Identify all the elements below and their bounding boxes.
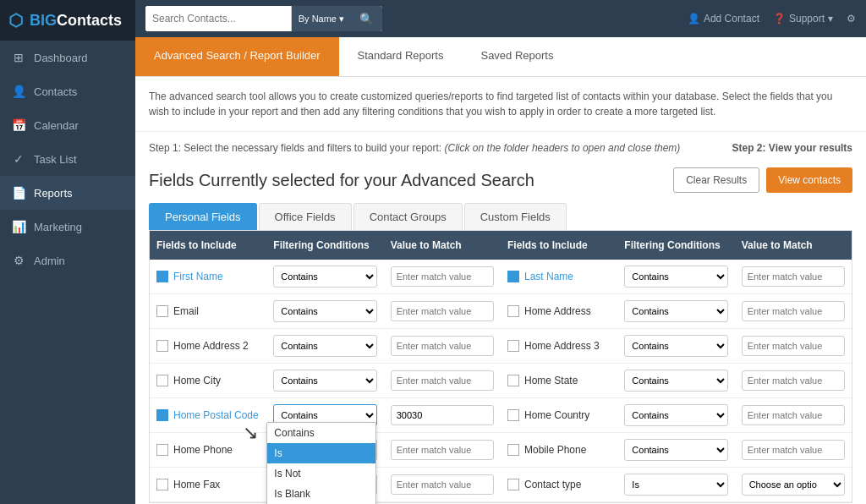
checkbox-homephone[interactable] [156, 444, 168, 456]
clear-results-button[interactable]: Clear Results [673, 167, 759, 193]
search-input[interactable] [145, 6, 291, 31]
checkbox-postalcode[interactable] [156, 409, 168, 421]
select-value-contacttype[interactable]: Choose an optio [742, 474, 845, 496]
sidebar-item-dashboard[interactable]: ⊞ Dashboard [0, 41, 135, 74]
cell-filter-homecountry[interactable]: ContainsIsIs NotIs BlankDoes not Contain [617, 398, 734, 432]
cell-value-homephone[interactable] [384, 434, 501, 466]
dropdown-option-isnot[interactable]: Is Not [267, 463, 375, 484]
sidebar-item-calendar[interactable]: 📅 Calendar [0, 108, 135, 142]
field-tab-custom[interactable]: Custom Fields [464, 203, 567, 230]
support-button[interactable]: ❓ Support ▾ [773, 13, 833, 25]
by-name-dropdown[interactable]: By Name ▾ [291, 6, 351, 31]
checkbox-homecity[interactable] [156, 375, 168, 386]
input-value-email[interactable] [391, 301, 494, 321]
cell-value-firstname[interactable] [384, 260, 501, 293]
field-tab-groups[interactable]: Contact Groups [354, 203, 463, 230]
field-label-homefax[interactable]: Home Fax [173, 479, 220, 490]
input-value-postalcode[interactable] [391, 405, 494, 425]
search-button[interactable]: 🔍 [351, 6, 382, 31]
select-filter-contacttype[interactable]: IsContainsIs NotIs BlankDoes not Contain [624, 474, 727, 496]
input-value-homephone[interactable] [391, 440, 494, 460]
select-filter-lastname[interactable]: ContainsIsIs NotIs BlankDoes not Contain [624, 266, 727, 288]
checkbox-homefax[interactable] [156, 479, 168, 490]
field-label-contacttype[interactable]: Contact type [524, 479, 581, 490]
view-contacts-button[interactable]: View contacts [766, 167, 852, 193]
checkbox-address3[interactable] [507, 340, 519, 352]
dropdown-option-isblank[interactable]: Is Blank [267, 484, 375, 504]
cell-value-email[interactable] [384, 295, 501, 327]
select-filter-homeaddress[interactable]: ContainsIsIs NotIs BlankDoes not Contain [624, 300, 727, 322]
input-value-homecountry[interactable] [742, 405, 845, 425]
dropdown-option-is[interactable]: Is [267, 443, 375, 463]
select-filter-homestate[interactable]: ContainsIsIs NotIs BlankDoes not Contain [624, 370, 727, 392]
cell-value-homecity[interactable] [384, 364, 501, 397]
checkbox-homecountry[interactable] [507, 409, 519, 421]
select-filter-mobilephone[interactable]: ContainsIsIs NotIs BlankDoes not Contain [624, 439, 727, 461]
sidebar-item-contacts[interactable]: 👤 Contacts [0, 74, 135, 108]
checkbox-address2[interactable] [156, 340, 168, 352]
checkbox-email[interactable] [156, 305, 168, 317]
cell-value-homeaddress[interactable] [735, 295, 852, 327]
cell-filter-address2[interactable]: ContainsIsIs NotIs BlankDoes not Contain [266, 329, 383, 363]
cell-value-address2[interactable] [384, 330, 501, 362]
cell-value-address3[interactable] [735, 330, 852, 362]
field-label-mobilephone[interactable]: Mobile Phone [524, 444, 586, 456]
search-bar[interactable]: By Name ▾ 🔍 [145, 6, 382, 31]
field-label-lastname[interactable]: Last Name [524, 271, 573, 282]
field-tab-office[interactable]: Office Fields [259, 203, 352, 230]
field-label-email[interactable]: Email [173, 305, 199, 317]
field-label-postalcode[interactable]: Home Postal Code [173, 409, 259, 421]
cell-value-lastname[interactable] [735, 260, 852, 293]
input-value-homecity[interactable] [391, 370, 494, 391]
sidebar-item-tasklist[interactable]: ✓ Task List [0, 142, 135, 176]
input-value-homeaddress[interactable] [742, 301, 845, 321]
sidebar-item-reports[interactable]: 📄 Reports [0, 176, 135, 210]
checkbox-homeaddress[interactable] [507, 305, 519, 317]
cell-filter-address3[interactable]: ContainsIsIs NotIs BlankDoes not Contain [617, 329, 734, 363]
select-filter-firstname[interactable]: ContainsIsIs NotIs BlankDoes not Contain [273, 266, 376, 288]
cell-filter-mobilephone[interactable]: ContainsIsIs NotIs BlankDoes not Contain [617, 433, 734, 467]
cell-value-contacttype[interactable]: Choose an optio [735, 468, 852, 501]
cell-value-homecountry[interactable] [735, 399, 852, 431]
select-filter-homecountry[interactable]: ContainsIsIs NotIs BlankDoes not Contain [624, 404, 727, 426]
cell-filter-lastname[interactable]: ContainsIsIs NotIs BlankDoes not Contain [617, 260, 734, 293]
cell-filter-contacttype[interactable]: IsContainsIs NotIs BlankDoes not Contain [617, 468, 734, 501]
cell-filter-firstname[interactable]: ContainsIsIs NotIs BlankDoes not Contain [266, 260, 383, 293]
input-value-mobilephone[interactable] [742, 440, 845, 460]
checkbox-firstname[interactable] [156, 271, 168, 282]
field-label-homestate[interactable]: Home State [524, 375, 578, 386]
field-label-homephone[interactable]: Home Phone [173, 444, 233, 456]
input-value-lastname[interactable] [742, 266, 845, 287]
field-label-homecity[interactable]: Home City [173, 375, 221, 386]
settings-button[interactable]: ⚙ [847, 13, 856, 25]
input-value-address2[interactable] [391, 336, 494, 356]
cell-filter-homeaddress[interactable]: ContainsIsIs NotIs BlankDoes not Contain [617, 294, 734, 328]
cell-filter-email[interactable]: ContainsIsIs NotIs BlankDoes not Contain [266, 294, 383, 328]
cell-value-mobilephone[interactable] [735, 434, 852, 466]
tab-standard[interactable]: Standard Reports [339, 37, 463, 76]
checkbox-homestate[interactable] [507, 375, 519, 386]
cell-value-homefax[interactable] [384, 468, 501, 501]
cell-value-homestate[interactable] [735, 364, 852, 397]
field-label-homecountry[interactable]: Home Country [524, 409, 589, 421]
checkbox-contacttype[interactable] [507, 479, 519, 490]
input-value-address3[interactable] [742, 336, 845, 356]
select-filter-homecity[interactable]: ContainsIsIs NotIs BlankDoes not Contain [273, 370, 376, 392]
select-filter-address3[interactable]: ContainsIsIs NotIs BlankDoes not Contain [624, 335, 727, 357]
checkbox-lastname[interactable] [507, 271, 519, 282]
input-value-homefax[interactable] [391, 474, 494, 495]
cell-filter-homecity[interactable]: ContainsIsIs NotIs BlankDoes not Contain [266, 364, 383, 397]
field-label-address3[interactable]: Home Address 3 [524, 340, 600, 352]
field-label-homeaddress[interactable]: Home Address [524, 305, 591, 317]
cell-value-postalcode[interactable] [384, 399, 501, 431]
sidebar-item-marketing[interactable]: 📊 Marketing [0, 210, 135, 244]
dropdown-option-contains[interactable]: Contains [267, 423, 375, 443]
cell-filter-postalcode[interactable]: ↘ ContainsIsIs NotIs BlankDoes not Conta… [266, 398, 383, 432]
cell-filter-homestate[interactable]: ContainsIsIs NotIs BlankDoes not Contain [617, 364, 734, 397]
input-value-homestate[interactable] [742, 370, 845, 391]
sidebar-item-admin[interactable]: ⚙ Admin [0, 244, 135, 277]
tab-advanced[interactable]: Advanced Search / Report Builder [135, 37, 339, 76]
tab-saved[interactable]: Saved Reports [462, 37, 572, 76]
select-filter-address2[interactable]: ContainsIsIs NotIs BlankDoes not Contain [273, 335, 376, 357]
add-contact-button[interactable]: 👤 Add Contact [688, 13, 759, 25]
